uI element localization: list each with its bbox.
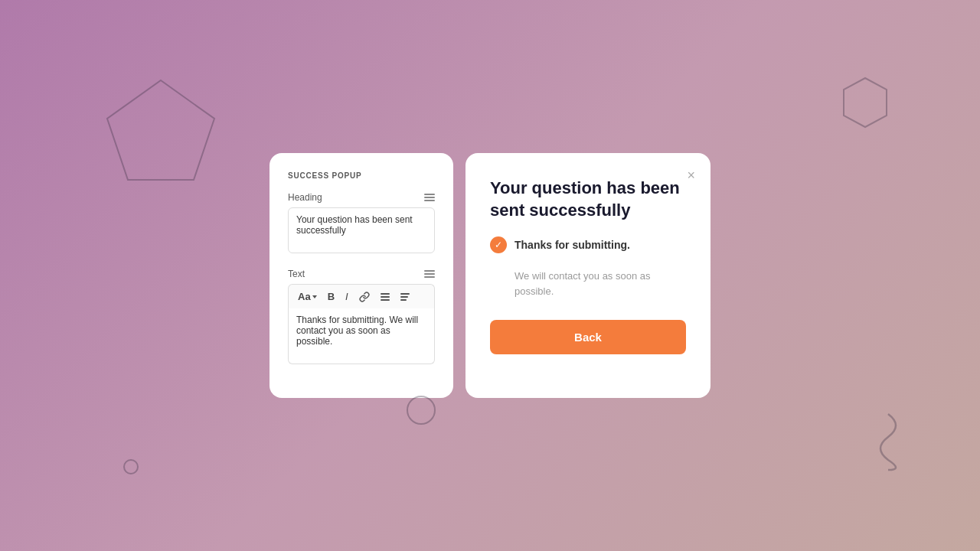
checkmark-icon: ✓ <box>495 240 502 249</box>
text-toolbar: Aa B I <box>288 284 435 308</box>
font-size-button[interactable]: Aa <box>295 289 320 304</box>
back-button[interactable]: Back <box>490 320 686 354</box>
preview-heading: Your question has been sent successfully <box>490 178 686 221</box>
chevron-down-icon <box>312 295 317 298</box>
editor-panel: SUCCESS POPUP Heading Text Aa <box>270 153 453 398</box>
svg-point-3 <box>124 460 138 474</box>
heading-field-label: Heading <box>288 192 435 203</box>
heading-section: Heading <box>288 192 435 256</box>
svg-point-2 <box>407 396 435 424</box>
success-row: ✓ Thanks for submitting. <box>490 236 686 253</box>
close-button[interactable]: × <box>684 165 698 185</box>
check-circle-icon: ✓ <box>490 236 507 253</box>
link-button[interactable] <box>356 290 373 304</box>
ordered-list-button[interactable] <box>397 292 413 302</box>
panels-container: SUCCESS POPUP Heading Text Aa <box>270 153 710 398</box>
editor-panel-label: SUCCESS POPUP <box>288 171 435 180</box>
svg-marker-1 <box>844 78 887 127</box>
text-section: Text Aa B I <box>288 269 435 367</box>
unordered-list-button[interactable] <box>377 292 393 302</box>
preview-panel: × Your question has been sent successful… <box>466 153 710 398</box>
heading-stack-icon[interactable] <box>424 194 435 201</box>
success-label: Thanks for submitting. <box>514 239 630 251</box>
italic-button[interactable]: I <box>342 289 351 304</box>
sub-text: We will contact you as soon as possible. <box>490 269 686 298</box>
text-stack-icon[interactable] <box>424 270 435 278</box>
svg-marker-0 <box>107 80 214 180</box>
text-input[interactable] <box>288 308 435 364</box>
bold-button[interactable]: B <box>325 289 338 304</box>
text-field-label: Text <box>288 269 435 279</box>
heading-input[interactable] <box>288 207 435 253</box>
